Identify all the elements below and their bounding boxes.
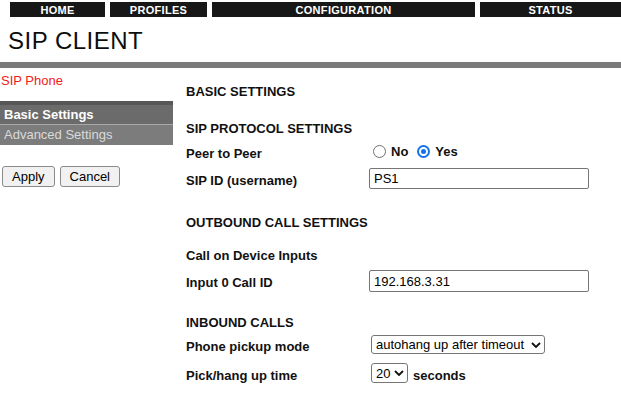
input0-call-id-label: Input 0 Call ID <box>186 275 273 290</box>
call-on-device-inputs-label: Call on Device Inputs <box>186 248 317 263</box>
peer-to-peer-yes-radio[interactable] <box>417 145 430 158</box>
sidebar-section-sip-phone[interactable]: SIP Phone <box>1 73 63 88</box>
peer-to-peer-no-radio[interactable] <box>373 145 386 158</box>
nav-item-home[interactable]: HOME <box>10 2 105 17</box>
sidebar-menu: Basic Settings Advanced Settings <box>0 101 173 145</box>
header-divider <box>0 62 621 68</box>
pick-hang-up-time-label: Pick/hang up time <box>186 368 297 383</box>
peer-to-peer-no-label[interactable]: No <box>391 144 408 159</box>
sip-client-page: HOME PROFILES CONFIGURATION STATUS SIP C… <box>0 0 621 403</box>
sip-id-input[interactable] <box>369 168 589 189</box>
phone-pickup-mode-select[interactable]: autohang up after timeout <box>371 335 545 354</box>
sidebar-item-basic-settings[interactable]: Basic Settings <box>0 105 173 125</box>
peer-to-peer-yes-label[interactable]: Yes <box>435 144 457 159</box>
seconds-suffix-label: seconds <box>413 368 466 383</box>
peer-to-peer-label: Peer to Peer <box>186 146 262 161</box>
page-title: SIP CLIENT <box>8 27 143 55</box>
phone-pickup-mode-label: Phone pickup mode <box>186 339 310 354</box>
sip-id-label: SIP ID (username) <box>186 173 297 188</box>
cancel-button[interactable]: Cancel <box>60 166 120 187</box>
top-nav: HOME PROFILES CONFIGURATION STATUS <box>10 2 621 17</box>
pick-hang-up-time-value: 20 <box>376 366 390 381</box>
input0-call-id-input[interactable] <box>369 270 589 292</box>
sidebar-item-advanced-settings[interactable]: Advanced Settings <box>0 125 173 145</box>
pick-hang-up-time-select[interactable]: 20 <box>371 363 408 383</box>
peer-to-peer-radio-group: No Yes <box>373 144 458 159</box>
nav-item-profiles[interactable]: PROFILES <box>110 2 207 17</box>
phone-pickup-mode-value: autohang up after timeout <box>376 337 524 352</box>
chevron-down-icon <box>394 370 404 376</box>
sip-protocol-settings-heading: SIP PROTOCOL SETTINGS <box>186 121 352 136</box>
inbound-calls-heading: INBOUND CALLS <box>186 315 294 330</box>
outbound-call-settings-heading: OUTBOUND CALL SETTINGS <box>186 215 368 230</box>
apply-button[interactable]: Apply <box>2 166 55 187</box>
nav-item-configuration[interactable]: CONFIGURATION <box>212 2 475 17</box>
nav-item-status[interactable]: STATUS <box>480 2 621 17</box>
basic-settings-heading: BASIC SETTINGS <box>186 84 295 99</box>
chevron-down-icon <box>531 342 541 348</box>
sidebar-actions: Apply Cancel <box>2 166 120 187</box>
